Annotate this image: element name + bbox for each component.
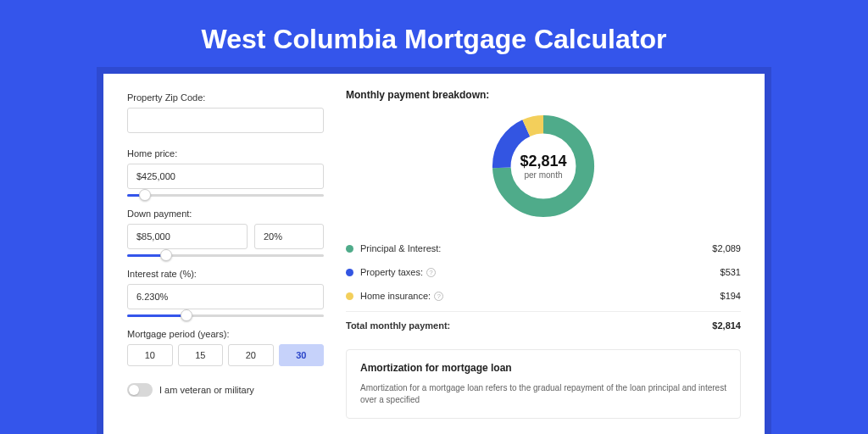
home-price-input[interactable] — [127, 164, 324, 189]
period-label: Mortgage period (years): — [127, 329, 324, 339]
rate-input[interactable] — [127, 284, 324, 309]
donut-chart: $2,814 per month — [488, 111, 598, 221]
veteran-row: I am veteran or military — [127, 383, 324, 397]
rate-slider[interactable] — [127, 314, 324, 317]
legend-dot-icon — [346, 269, 353, 276]
amortization-title: Amortization for mortgage loan — [360, 362, 726, 374]
donut-chart-wrap: $2,814 per month — [346, 111, 741, 221]
home-price-slider[interactable] — [127, 194, 324, 197]
legend-dot-icon — [346, 292, 353, 300]
period-btn-20[interactable]: 20 — [228, 344, 274, 366]
home-price-label: Home price: — [127, 148, 324, 159]
donut-center: $2,814 per month — [488, 111, 598, 221]
legend-value-taxes: $531 — [721, 267, 741, 277]
legend-row-insurance: Home insurance: ? $194 — [346, 284, 741, 308]
slider-thumb[interactable] — [160, 249, 172, 261]
legend-row-principal: Principal & Interest: $2,089 — [346, 236, 741, 260]
period-block: Mortgage period (years): 10 15 20 30 — [127, 329, 324, 366]
down-payment-label: Down payment: — [127, 209, 324, 219]
inputs-column: Property Zip Code: Home price: Down paym… — [103, 74, 341, 434]
zip-input[interactable] — [127, 108, 324, 133]
legend-total-label: Total monthly payment: — [346, 320, 450, 331]
amortization-text: Amortization for a mortgage loan refers … — [360, 382, 726, 406]
legend-total-value: $2,814 — [712, 320, 741, 331]
legend-label-principal: Principal & Interest: — [360, 243, 441, 253]
zip-field-block: Property Zip Code: — [127, 92, 324, 136]
down-payment-block: Down payment: — [127, 209, 324, 257]
down-payment-slider[interactable] — [127, 254, 324, 257]
page-title: West Columbia Mortgage Calculator — [0, 0, 868, 74]
period-options: 10 15 20 30 — [127, 344, 324, 366]
period-btn-30[interactable]: 30 — [279, 344, 325, 366]
rate-label: Interest rate (%): — [127, 269, 324, 279]
slider-fill — [127, 314, 186, 317]
veteran-label: I am veteran or military — [159, 385, 254, 395]
period-btn-15[interactable]: 15 — [178, 344, 224, 366]
veteran-toggle[interactable] — [127, 383, 153, 397]
rate-block: Interest rate (%): — [127, 269, 324, 317]
legend-row-taxes: Property taxes: ? $531 — [346, 260, 741, 284]
info-icon[interactable]: ? — [434, 292, 443, 301]
period-btn-10[interactable]: 10 — [127, 344, 173, 366]
legend-label-insurance: Home insurance: — [360, 291, 431, 301]
amortization-box: Amortization for mortgage loan Amortizat… — [346, 349, 741, 419]
calculator-card: Property Zip Code: Home price: Down paym… — [103, 74, 765, 434]
results-column: Monthly payment breakdown: $2,814 per mo… — [341, 74, 765, 434]
breakdown-title: Monthly payment breakdown: — [346, 89, 741, 101]
donut-sub: per month — [524, 170, 562, 180]
legend-dot-icon — [346, 245, 353, 253]
legend-value-principal: $2,089 — [712, 243, 741, 253]
down-payment-input[interactable] — [127, 224, 248, 249]
info-icon[interactable]: ? — [426, 268, 436, 277]
legend-label-taxes: Property taxes: — [360, 267, 423, 277]
zip-label: Property Zip Code: — [127, 92, 324, 103]
home-price-block: Home price: — [127, 148, 324, 197]
down-payment-pct-input[interactable] — [254, 224, 324, 249]
legend-row-total: Total monthly payment: $2,814 — [346, 311, 741, 337]
legend-value-insurance: $194 — [721, 291, 741, 301]
donut-amount: $2,814 — [520, 153, 566, 170]
slider-thumb[interactable] — [181, 309, 192, 321]
slider-thumb[interactable] — [139, 189, 151, 201]
